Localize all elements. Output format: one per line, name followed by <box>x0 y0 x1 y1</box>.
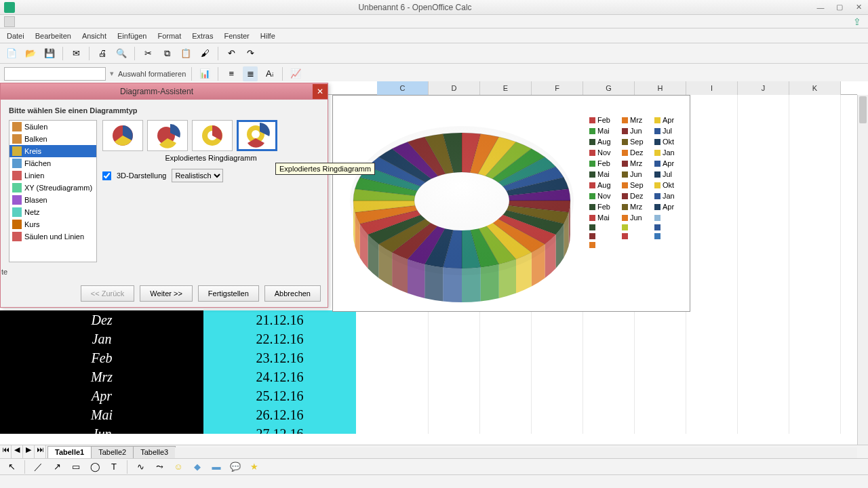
3d-checkbox[interactable] <box>102 171 112 180</box>
subtype-tooltip: Explodiertes Ringdiagramm <box>275 163 375 175</box>
sheet-tab[interactable]: Tabelle1 <box>47 446 92 458</box>
legend-item: Nov <box>589 148 615 157</box>
window-titlebar: Unbenannt 6 - OpenOffice Calc — ▢ ✕ <box>0 0 868 15</box>
chart-subtype-option[interactable] <box>237 120 277 151</box>
menu-einfügen[interactable]: Einfügen <box>112 30 152 42</box>
legend-item: Jul <box>654 170 680 178</box>
chart-subtype-option[interactable] <box>102 120 143 151</box>
curve-icon[interactable]: ∿ <box>133 460 148 474</box>
chart-type-item[interactable]: Flächen <box>9 157 96 169</box>
copy-icon[interactable]: ⧉ <box>159 46 174 61</box>
upload-icon[interactable]: ⇪ <box>853 16 861 27</box>
chart-type-item[interactable]: Säulen und Linien <box>9 230 96 243</box>
menu-format[interactable]: Format <box>152 30 186 42</box>
legend-item: Jan <box>654 192 680 200</box>
menu-bearbeiten[interactable]: Bearbeiten <box>30 30 77 42</box>
chart-type-list[interactable]: SäulenBalkenKreisFlächenLinienXY (Streud… <box>9 120 97 262</box>
rect-icon[interactable]: ▭ <box>68 460 83 474</box>
undo-icon[interactable]: ↶ <box>224 46 239 61</box>
symbol-shapes-icon[interactable]: ◆ <box>190 460 205 474</box>
chart-type-item[interactable]: Kurs <box>9 218 96 230</box>
format-selection-label[interactable]: Auswahl formatieren <box>118 70 186 78</box>
col-header-K[interactable]: K <box>789 81 841 95</box>
sheet-tab[interactable]: Tabelle3 <box>133 446 176 458</box>
chart-type-item[interactable]: Blasen <box>9 194 96 206</box>
col-header-G[interactable]: G <box>583 81 635 95</box>
menu-hilfe[interactable]: Hilfe <box>255 30 281 42</box>
mail-icon[interactable]: ✉ <box>68 46 83 61</box>
menu-datei[interactable]: Datei <box>1 30 30 42</box>
wizard-close-button[interactable]: ✕ <box>313 84 328 99</box>
save-icon[interactable]: 💾 <box>42 46 57 61</box>
legend-item: Mai <box>589 170 615 178</box>
legend-item: Mrz <box>622 116 648 124</box>
print-icon[interactable]: 🖨 <box>95 46 110 61</box>
chart-subtype-option[interactable] <box>147 120 188 151</box>
chart-type-item[interactable]: Kreis <box>9 145 96 157</box>
menu-ansicht[interactable]: Ansicht <box>77 30 112 42</box>
maximize-button[interactable]: ▢ <box>830 1 849 14</box>
svg-point-7 <box>252 130 260 138</box>
col-header-J[interactable]: J <box>738 81 789 95</box>
axes-icon[interactable]: Aᵢ <box>262 66 277 81</box>
chart-type-item[interactable]: Balken <box>9 133 96 145</box>
col-header-D[interactable]: D <box>429 81 480 95</box>
stars-icon[interactable]: ★ <box>247 460 262 474</box>
paintbrush-icon[interactable]: 🖌 <box>197 46 212 61</box>
chart-subtype-option[interactable] <box>192 120 233 151</box>
ellipse-icon[interactable]: ◯ <box>87 460 102 474</box>
new-icon[interactable]: 📄 <box>4 46 19 61</box>
callouts-icon[interactable]: 💬 <box>228 460 243 474</box>
connector-icon[interactable]: ⤳ <box>152 460 167 474</box>
3d-label[interactable]: 3D-Darstellung <box>117 171 166 180</box>
chart-type-icon[interactable]: 📈 <box>288 66 303 81</box>
style-select[interactable] <box>4 67 106 81</box>
chart-type-item[interactable]: Linien <box>9 169 96 182</box>
next-button[interactable]: Weiter >> <box>140 285 193 302</box>
sheet-tab[interactable]: Tabelle2 <box>91 446 134 458</box>
horizontal-scrollbar[interactable] <box>175 447 857 458</box>
close-button[interactable]: ✕ <box>849 1 868 14</box>
chart-wizard-dialog: Diagramm-Assistent ✕ Bitte wählen Sie ei… <box>0 83 328 308</box>
chart-type-item[interactable]: Säulen <box>9 121 96 133</box>
legend-item: Dez <box>622 148 648 157</box>
paste-icon[interactable]: 📋 <box>178 46 193 61</box>
chart-type-item[interactable]: XY (Streudiagramm) <box>9 182 96 194</box>
legend-item: Okt <box>654 138 680 146</box>
grid-h-icon[interactable]: ≡ <box>224 66 239 81</box>
wizard-titlebar: Diagramm-Assistent ✕ <box>1 83 328 100</box>
minimize-button[interactable]: — <box>811 1 830 14</box>
col-header-C[interactable]: C <box>377 81 429 95</box>
text-icon[interactable]: T <box>106 460 121 474</box>
line-icon[interactable]: ／ <box>31 460 45 474</box>
app-icon <box>4 2 15 13</box>
pointer-icon[interactable]: ↖ <box>4 460 19 474</box>
col-header-F[interactable]: F <box>532 81 583 95</box>
basic-shapes-icon[interactable]: ☺ <box>171 460 186 474</box>
col-header-I[interactable]: I <box>686 81 738 95</box>
chart-data-icon[interactable]: 📊 <box>197 66 212 81</box>
open-icon[interactable]: 📂 <box>23 46 38 61</box>
back-button[interactable]: << Zurück <box>81 285 135 302</box>
menu-extras[interactable]: Extras <box>186 30 218 42</box>
preview-icon[interactable]: 🔍 <box>114 46 129 61</box>
cut-icon[interactable]: ✂ <box>140 46 155 61</box>
grid-v-icon[interactable]: ≣ <box>243 66 258 81</box>
finish-button[interactable]: Fertigstellen <box>198 285 259 302</box>
legend-item <box>622 224 648 230</box>
col-header-E[interactable]: E <box>480 81 532 95</box>
sheet-nav-arrows[interactable]: ⏮◀▶⏭ <box>0 445 46 459</box>
menu-fenster[interactable]: Fenster <box>218 30 254 42</box>
block-arrows-icon[interactable]: ▬ <box>209 460 224 474</box>
cancel-button[interactable]: Abbrechen <box>264 285 321 302</box>
arrow-icon[interactable]: ↗ <box>50 460 64 474</box>
chart-type-item[interactable]: Netz <box>9 206 96 218</box>
vertical-scrollbar[interactable] <box>857 95 868 445</box>
3d-style-select[interactable]: RealistischEinfach <box>172 169 223 182</box>
standard-toolbar: 📄 📂 💾 ✉ 🖨 🔍 ✂ ⧉ 📋 🖌 ↶ ↷ <box>0 43 868 64</box>
redo-icon[interactable]: ↷ <box>243 46 258 61</box>
legend-item: Mai <box>589 214 615 222</box>
chart-preview[interactable]: FebMrzAprMaiJunJulAugSepOktNovDezJanFebM… <box>332 95 690 312</box>
document-icon[interactable] <box>4 16 15 27</box>
col-header-H[interactable]: H <box>635 81 686 95</box>
